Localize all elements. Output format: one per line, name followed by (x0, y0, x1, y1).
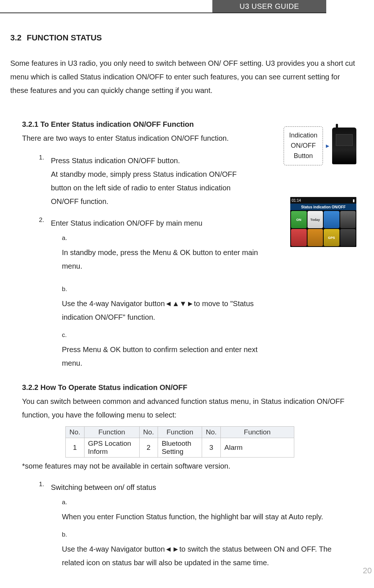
list-item: 1. Switching between on/ off status a. W… (39, 481, 359, 575)
section-heading: 3.2 FUNCTION STATUS (10, 33, 359, 43)
list-item: c. Press Menu & OK button to confirm sel… (62, 329, 256, 370)
sub-t2: Status indication ON/OFF (72, 120, 161, 128)
page-content: 3.2 FUNCTION STATUS Some features in U3 … (10, 33, 359, 583)
list-text: Press Status indication ON/OFF button. A… (51, 154, 256, 208)
sub-num: 3.2.2 (22, 383, 40, 391)
list-text: Press Menu & OK button to confirm select… (62, 343, 267, 370)
list-text: Switching between on/ off status a. When… (51, 481, 330, 575)
sub-num: 3.2.1 (22, 120, 40, 128)
bluetooth-icon (324, 211, 339, 228)
list-marker: a. (62, 232, 71, 244)
td-function: Bluetooth Setting (158, 438, 202, 458)
callout-line: Button (294, 152, 313, 159)
list-item: a. In standby mode, press the Menu & OK … (62, 232, 256, 273)
arrow-icon: ▶ (326, 143, 329, 148)
sub-t2: Status indication ON/OFF (98, 383, 187, 391)
radio-device-image (332, 128, 356, 164)
gps-icon: GPS (324, 229, 339, 246)
th-function: Function (84, 427, 139, 438)
list-marker: 1. (39, 154, 49, 161)
list-text: In standby mode, press the Menu & OK but… (62, 246, 267, 273)
operation-list: 1. Switching between on/ off status a. W… (22, 481, 359, 575)
screen-title-bar: Status indication ON/OFF (290, 204, 356, 210)
battery-icon: ▮ (353, 198, 355, 202)
ordered-list-321: 1. Press Status indication ON/OFF button… (39, 154, 359, 375)
section-intro: Some features in U3 radio, you only need… (10, 57, 359, 97)
td-no: 1 (66, 438, 84, 458)
list-marker: a. (62, 496, 71, 508)
table-header-row: No. Function No. Function No. Function (66, 427, 294, 438)
section-title: FUNCTION STATUS (27, 33, 102, 42)
callout-figure: Indication ON/OFF Button ▶ (284, 126, 356, 165)
th-no: No. (202, 427, 221, 438)
list-marker: c. (62, 329, 71, 341)
list-text: Use the 4-way Navigator button◄▲▼►to mov… (62, 297, 267, 324)
speaker-icon (291, 229, 307, 246)
list-text: Use the 4-way Navigator button◄►to switc… (62, 542, 341, 570)
device-screenshot: 01:14 ▮ Status indication ON/OFF ON Toda… (290, 197, 356, 247)
function-table: No. Function No. Function No. Function 1… (65, 426, 294, 458)
ordered-sublist: a. In standby mode, press the Menu & OK … (62, 232, 256, 370)
sub-t1: How To Operate (40, 383, 98, 391)
microphone-icon (340, 211, 356, 228)
item-title: Enter Status indication ON/OFF by main m… (51, 219, 202, 227)
list-item: b. Use the 4-way Navigator button◄►to sw… (62, 529, 330, 570)
antenna-icon (308, 229, 323, 246)
callout-line: ON/OFF (291, 142, 316, 149)
td-function: Alarm (220, 438, 294, 458)
section-number: 3.2 (10, 33, 22, 42)
ordered-sublist: a. When you enter Function Status functi… (62, 496, 330, 570)
ordered-list-322: 1. Switching between on/ off status a. W… (39, 481, 359, 575)
page-number: 20 (363, 566, 372, 576)
calendar-icon: Today (308, 211, 323, 228)
list-item: a. When you enter Function Status functi… (62, 496, 330, 524)
sub-t1: To Enter (40, 120, 72, 128)
header-title: U3 USER GUIDE (212, 0, 326, 12)
th-no: No. (139, 427, 158, 438)
td-no: 3 (202, 438, 221, 458)
list-marker: b. (62, 283, 71, 295)
subsection-3-2-2: 3.2.2 How To Operate Status indication O… (22, 383, 359, 458)
list-marker: 1. (39, 481, 49, 488)
th-function: Function (220, 427, 294, 438)
list-marker: b. (62, 529, 71, 540)
item-title: Press Status indication ON/OFF button. (51, 157, 180, 165)
header-rule (0, 12, 326, 13)
td-function: GPS Location Inform (84, 438, 139, 458)
sub-intro-322: You can switch between common and advanc… (22, 395, 359, 422)
onoff-icon: ON (291, 211, 307, 228)
footnote: *some features may not be available in c… (22, 462, 359, 470)
sub-t3: Function (161, 120, 194, 128)
screen-icon-grid: ON Today GPS (290, 210, 356, 247)
td-no: 2 (139, 438, 158, 458)
th-no: No. (66, 427, 84, 438)
screen-time: 01:14 (292, 198, 301, 202)
list-text: Enter Status indication ON/OFF by main m… (51, 216, 256, 375)
item-title: Switching between on/ off status (51, 483, 156, 491)
list-text: When you enter Function Status function,… (62, 510, 341, 524)
item-body: At standby mode, simply press Status ind… (51, 170, 237, 205)
list-marker: 2. (39, 216, 49, 224)
th-function: Function (158, 427, 202, 438)
callout-line: Indication (289, 132, 317, 139)
callout-label-box: Indication ON/OFF Button (284, 126, 323, 165)
screen-status-bar: 01:14 ▮ (290, 197, 356, 204)
table-row: 1 GPS Location Inform 2 Bluetooth Settin… (66, 438, 294, 458)
list-item: b. Use the 4-way Navigator button◄▲▼►to … (62, 283, 256, 324)
sub-heading-322: 3.2.2 How To Operate Status indication O… (22, 383, 359, 392)
misc-icon (340, 229, 356, 246)
